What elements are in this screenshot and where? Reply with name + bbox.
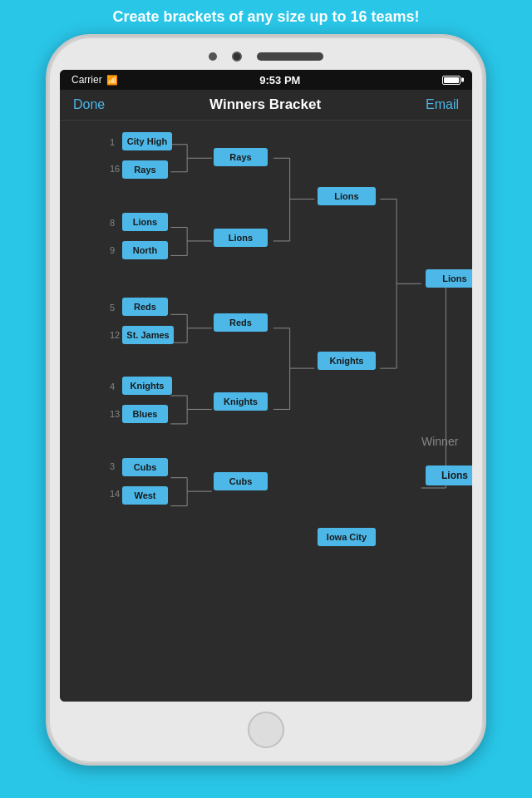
seed-1: 1: [110, 137, 115, 147]
team-reds-r1[interactable]: Reds: [122, 298, 168, 316]
seed-5: 5: [110, 303, 115, 313]
wifi-icon: 📶: [106, 75, 118, 86]
nav-title: Winners Bracket: [209, 96, 321, 113]
winner-label: Winner: [421, 435, 458, 448]
team-city-high[interactable]: City High: [122, 132, 172, 150]
phone-bottom: [60, 712, 472, 748]
top-banner: Create brackets of any size up to 16 tea…: [0, 0, 532, 34]
speaker-dot: [209, 52, 217, 61]
team-cubs-r1[interactable]: Cubs: [122, 458, 168, 476]
team-rays-r1[interactable]: Rays: [122, 160, 168, 179]
seed-12: 12: [110, 330, 120, 340]
team-north-r1[interactable]: North: [122, 241, 168, 259]
team-knights-r2[interactable]: Knights: [214, 392, 268, 411]
status-bar: Carrier 📶 9:53 PM: [60, 70, 472, 90]
nav-bar: Done Winners Bracket Email: [60, 90, 472, 121]
carrier-text: Carrier: [71, 74, 102, 86]
team-blues-r1[interactable]: Blues: [122, 405, 168, 423]
seed-13: 13: [110, 409, 120, 419]
bracket-content: 1 16 8 9 5 12 4 13 3 14 City High Rays L…: [60, 121, 472, 702]
team-rays-r2[interactable]: Rays: [214, 148, 268, 166]
phone-top: [60, 52, 472, 62]
team-lions-r3[interactable]: Lions: [318, 187, 376, 205]
battery-icon: [442, 76, 461, 85]
seed-3: 3: [110, 461, 115, 471]
screen: Carrier 📶 9:53 PM Done Winners Bracket E…: [60, 70, 472, 702]
status-time: 9:53 PM: [259, 74, 300, 86]
team-lions-r4[interactable]: Lions: [426, 269, 472, 288]
done-button[interactable]: Done: [73, 97, 105, 112]
seed-14: 14: [110, 489, 120, 499]
seed-8: 8: [110, 218, 115, 228]
camera: [232, 52, 242, 62]
seed-16: 16: [110, 164, 120, 174]
team-stjames-r1[interactable]: St. James: [122, 326, 174, 344]
email-button[interactable]: Email: [426, 97, 459, 112]
carrier: Carrier 📶: [71, 74, 118, 86]
home-button[interactable]: [248, 712, 284, 748]
team-iowacity-r3[interactable]: Iowa City: [318, 528, 376, 546]
team-west-r1[interactable]: West: [122, 486, 168, 505]
team-knights-r3[interactable]: Knights: [318, 352, 376, 370]
seed-4: 4: [110, 382, 115, 392]
team-cubs-r2[interactable]: Cubs: [214, 472, 268, 490]
speaker: [257, 52, 323, 61]
team-lions-r2[interactable]: Lions: [214, 229, 268, 247]
battery-fill: [444, 77, 459, 83]
winner-box[interactable]: Lions: [426, 466, 472, 485]
team-knights-r1[interactable]: Knights: [122, 377, 172, 395]
banner-text: Create brackets of any size up to 16 tea…: [112, 8, 419, 25]
team-lions-r1[interactable]: Lions: [122, 213, 168, 231]
phone-frame: Carrier 📶 9:53 PM Done Winners Bracket E…: [46, 34, 486, 766]
team-reds-r2[interactable]: Reds: [214, 313, 268, 332]
seed-9: 9: [110, 245, 115, 255]
